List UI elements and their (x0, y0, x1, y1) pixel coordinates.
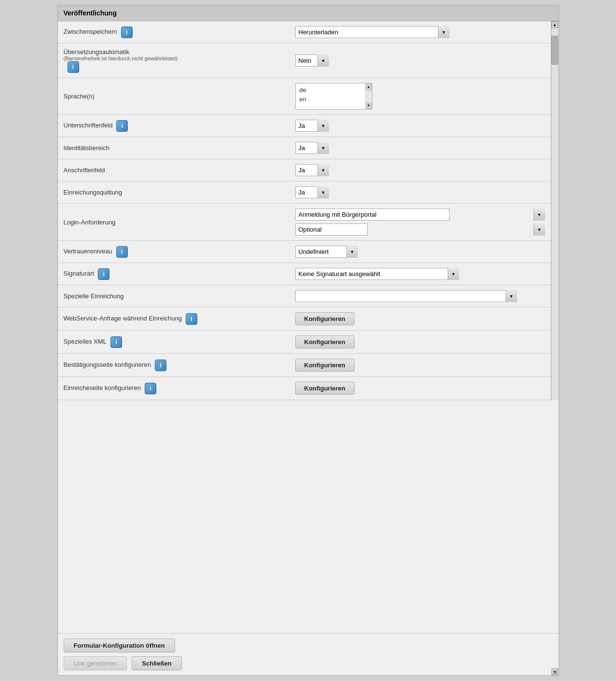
select-wrapper-uebersetzungsautomatik: NeinJa▼ (295, 55, 329, 67)
link-generieren-button: Link generieren (64, 656, 127, 670)
control-zwischenspeichern: HerunterladenNeinJa▼ (289, 21, 551, 43)
listbox-item[interactable]: en (298, 95, 363, 104)
listbox-scroll-down[interactable]: ▼ (366, 102, 372, 109)
formular-konfiguration-button[interactable]: Formular-Konfiguration öffnen (64, 639, 175, 653)
row-spezielle-einreichung: Spezielle Einreichung▼ (58, 285, 551, 307)
select-wrapper-identitaetsbereich: JaNein▼ (295, 142, 329, 154)
select-wrapper-zwischenspeichern: HerunterladenNeinJa▼ (295, 26, 450, 38)
label-zwischenspeichern: Zwischenspeicherni (58, 21, 289, 43)
footer-row-1: Formular-Konfiguration öffnen (64, 639, 553, 653)
select-uebersetzungsautomatik[interactable]: NeinJa (295, 55, 329, 67)
sublabel-uebersetzungsautomatik: (Barrierefreiheit ist hierdurch nicht ge… (64, 56, 284, 61)
row-login-anforderung: Login-AnforderungAnmeldung mit Bürgerpor… (58, 204, 551, 241)
control-webservice-anfrage: Konfigurieren (289, 307, 551, 331)
label-text-unterschriftenfeld: Unterschriftenfeld (64, 122, 113, 129)
control-login-anforderung: Anmeldung mit BürgerportalKeine Anmeldun… (289, 204, 551, 241)
select-wrapper-unterschriftenfeld: JaNein▼ (295, 120, 329, 132)
label-anschriftenfeld: Anschriftenfeld (58, 159, 289, 181)
label-text-bestaetigungsseite: Bestätigungsseite konfigurieren (64, 361, 151, 368)
control-bestaetigungsseite: Konfigurieren (289, 354, 551, 377)
row-spezielles-xml: Spezielles XMLiKonfigurieren (58, 331, 551, 354)
info-button-einreicheseite[interactable]: i (145, 383, 156, 394)
row-sprachen: Sprache(n)deen▲▼ (58, 78, 551, 115)
info-button-uebersetzungsautomatik[interactable]: i (68, 61, 79, 73)
control-einreichungsquittung: JaNein▼ (289, 181, 551, 204)
login-select1-arrow: ▼ (534, 208, 545, 221)
control-vertrauensniveau: UndefiniertNiedrigSubstanziellHoch▼ (289, 241, 551, 263)
info-button-unterschriftenfeld[interactable]: i (116, 120, 128, 132)
row-bestaetigungsseite: Bestätigungsseite konfiguriereniKonfigur… (58, 354, 551, 377)
resize-handle[interactable]: ◢ (553, 669, 558, 674)
label-spezielle-einreichung: Spezielle Einreichung (58, 285, 289, 307)
row-webservice-anfrage: WebService-Anfrage während EinreichungiK… (58, 307, 551, 331)
scroll-up-arrow[interactable]: ▲ (551, 21, 558, 28)
label-text-einreicheseite: Einreicheseite konfigurieren (64, 384, 141, 391)
label-bestaetigungsseite: Bestätigungsseite konfiguriereni (58, 354, 289, 377)
schliessen-button[interactable]: Schließen (132, 656, 181, 670)
label-text-login-anforderung: Login-Anforderung (64, 219, 116, 226)
label-sprachen: Sprache(n) (58, 78, 289, 115)
info-button-zwischenspeichern[interactable]: i (121, 27, 133, 38)
info-button-vertrauensniveau[interactable]: i (116, 246, 128, 258)
listbox-scroll-up[interactable]: ▲ (366, 83, 372, 90)
row-anschriftenfeld: AnschriftenfeldJaNein▼ (58, 159, 551, 181)
info-button-webservice-anfrage[interactable]: i (186, 313, 197, 325)
konfigurieren-button-einreicheseite[interactable]: Konfigurieren (295, 382, 355, 395)
scrollbar-thumb[interactable] (551, 36, 558, 65)
row-unterschriftenfeld: UnterschriftenfeldiJaNein▼ (58, 115, 551, 137)
select-einreichungsquittung[interactable]: JaNein (295, 186, 329, 198)
konfigurieren-button-spezielles-xml[interactable]: Konfigurieren (295, 335, 355, 348)
info-button-signaturart[interactable]: i (98, 268, 110, 280)
label-text-vertrauensniveau: Vertrauensniveau (64, 248, 112, 255)
content-area: ZwischenspeicherniHerunterladenNeinJa▼Üb… (58, 21, 551, 400)
select-wrapper-anschriftenfeld: JaNein▼ (295, 164, 329, 176)
label-text-signaturart: Signaturart (64, 270, 95, 277)
select-wrapper-spezielle-einreichung: ▼ (295, 290, 517, 302)
label-text-sprachen: Sprache(n) (64, 93, 95, 100)
label-text-spezielles-xml: Spezielles XML (64, 338, 107, 345)
select-wrapper-signaturart: Keine Signaturart ausgewähltQualifiziert… (295, 268, 459, 280)
login-select2[interactable]: OptionalPflicht (295, 223, 368, 236)
label-login-anforderung: Login-Anforderung (58, 204, 289, 241)
listbox-scrollbar: ▲▼ (365, 83, 372, 109)
row-vertrauensniveau: VertrauensniveauiUndefiniertNiedrigSubst… (58, 241, 551, 263)
select-unterschriftenfeld[interactable]: JaNein (295, 120, 329, 132)
scrollbar[interactable]: ▲ ▼ (551, 21, 559, 400)
select-anschriftenfeld[interactable]: JaNein (295, 164, 329, 176)
panel-body: ZwischenspeicherniHerunterladenNeinJa▼Üb… (58, 21, 559, 633)
control-uebersetzungsautomatik: NeinJa▼ (289, 43, 551, 78)
row-uebersetzungsautomatik: Übersetzungsautomatik(Barrierefreiheit i… (58, 43, 551, 78)
login-select1[interactable]: Anmeldung mit BürgerportalKeine Anmeldun… (295, 208, 450, 221)
select-identitaetsbereich[interactable]: JaNein (295, 142, 329, 154)
select-zwischenspeichern[interactable]: HerunterladenNeinJa (295, 26, 450, 38)
label-text-uebersetzungsautomatik: Übersetzungsautomatik (64, 48, 130, 56)
info-button-spezielles-xml[interactable]: i (110, 336, 122, 348)
panel-footer: Formular-Konfiguration öffnen Link gener… (58, 633, 559, 675)
control-spezielles-xml: Konfigurieren (289, 331, 551, 354)
control-unterschriftenfeld: JaNein▼ (289, 115, 551, 137)
label-identitaetsbereich: Identitätsbereich (58, 137, 289, 159)
control-einreicheseite: Konfigurieren (289, 377, 551, 400)
form-table: ZwischenspeicherniHerunterladenNeinJa▼Üb… (58, 21, 551, 400)
select-vertrauensniveau[interactable]: UndefiniertNiedrigSubstanziellHoch (295, 246, 358, 258)
konfigurieren-button-webservice-anfrage[interactable]: Konfigurieren (295, 312, 355, 325)
select-wrapper-vertrauensniveau: UndefiniertNiedrigSubstanziellHoch▼ (295, 246, 358, 258)
select-signaturart[interactable]: Keine Signaturart ausgewähltQualifiziert… (295, 268, 459, 280)
konfigurieren-button-bestaetigungsseite[interactable]: Konfigurieren (295, 359, 355, 372)
label-text-identitaetsbereich: Identitätsbereich (64, 144, 110, 152)
label-uebersetzungsautomatik: Übersetzungsautomatik(Barrierefreiheit i… (58, 43, 289, 78)
login-select1-wrapper: Anmeldung mit BürgerportalKeine Anmeldun… (295, 208, 545, 221)
label-spezielles-xml: Spezielles XMLi (58, 331, 289, 354)
panel-title: Veröffentlichung (58, 5, 559, 21)
select-spezielle-einreichung[interactable] (295, 290, 517, 302)
login-select2-wrapper: OptionalPflicht▼ (295, 223, 545, 236)
control-signaturart: Keine Signaturart ausgewähltQualifiziert… (289, 263, 551, 285)
veröffentlichung-panel: Veröffentlichung ZwischenspeicherniHerun… (57, 5, 559, 676)
login-select2-arrow: ▼ (534, 223, 545, 236)
row-identitaetsbereich: IdentitätsbereichJaNein▼ (58, 137, 551, 159)
control-spezielle-einreichung: ▼ (289, 285, 551, 307)
listbox-sprachen[interactable]: deen▲▼ (295, 83, 372, 110)
info-button-bestaetigungsseite[interactable]: i (155, 360, 166, 371)
listbox-item[interactable]: de (298, 85, 363, 95)
label-text-spezielle-einreichung: Spezielle Einreichung (64, 292, 124, 300)
